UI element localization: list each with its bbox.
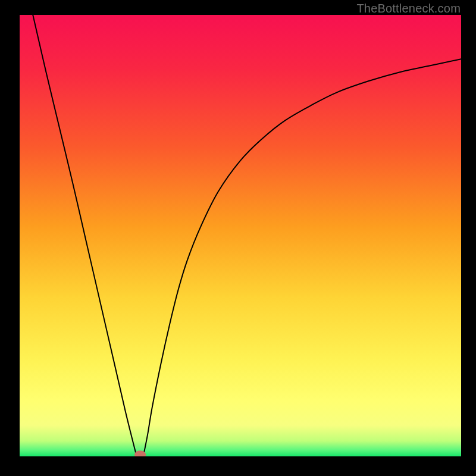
curve-left-branch [33, 15, 136, 456]
watermark-text: TheBottleneck.com [356, 2, 461, 15]
curve-right-branch [143, 59, 461, 456]
curve-layer [20, 15, 461, 456]
outer-frame: TheBottleneck.com [0, 0, 476, 476]
plot-area [20, 15, 461, 456]
